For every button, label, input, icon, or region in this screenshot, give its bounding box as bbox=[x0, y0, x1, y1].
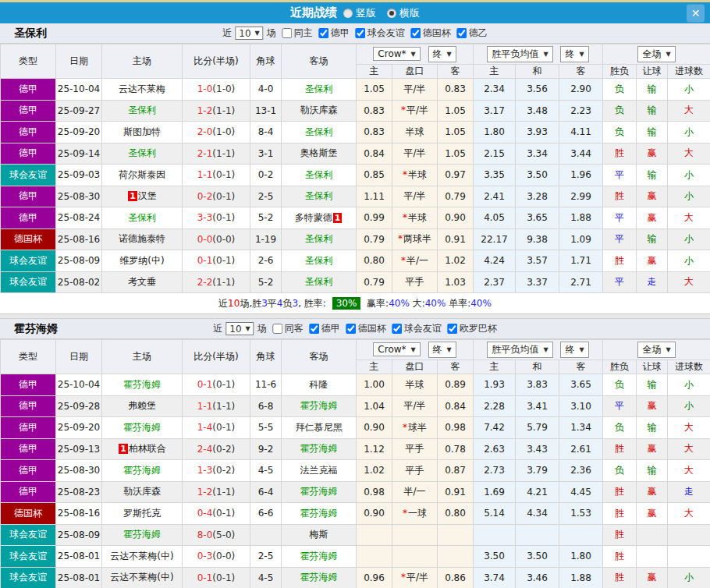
handicap-text: 两球半 bbox=[403, 233, 431, 244]
games-count-select[interactable]: 10 ▼ bbox=[225, 322, 254, 335]
handicap-result-cell: 赢 bbox=[637, 481, 668, 503]
col-away: 客场 bbox=[282, 340, 357, 374]
corner-cell: 6-4 bbox=[250, 481, 282, 503]
league-checkbox[interactable] bbox=[392, 324, 403, 334]
corner-cell: 0-2 bbox=[250, 165, 282, 186]
home-odds-cell: 0.83 bbox=[357, 100, 392, 122]
avg-stage-select[interactable]: 终▼ bbox=[560, 342, 588, 358]
same-venue-checkbox[interactable] bbox=[282, 28, 293, 38]
avg-draw-cell: 9.38 bbox=[516, 228, 559, 250]
odds-header-cell: Crow*▼ 终▼ bbox=[357, 44, 474, 65]
score-halftime: (0-0) bbox=[212, 551, 235, 561]
avg-home-cell: 2.37 bbox=[474, 271, 516, 293]
league-checkbox[interactable] bbox=[319, 28, 329, 38]
home-team-cell: 霍芬海姆 bbox=[102, 374, 183, 396]
games-count-select[interactable]: 10 ▼ bbox=[235, 27, 263, 40]
team-name-text: 法兰克福 bbox=[300, 465, 338, 476]
avg-odds-select[interactable]: 胜平负均值▼ bbox=[487, 46, 552, 62]
score-halftime: (1-1) bbox=[212, 105, 235, 116]
handicap-cell bbox=[392, 524, 438, 546]
avg-draw-cell: 3.93 bbox=[516, 122, 559, 143]
team-name-text: 圣保利 bbox=[305, 83, 333, 94]
avg-home-cell: 22.17 bbox=[474, 228, 516, 250]
match-row: 德国杯25-08-16诺德施泰特0-0(0-0)1-19圣保利0.79*两球半0… bbox=[1, 228, 710, 250]
score-halftime: (0-2) bbox=[212, 465, 235, 476]
avg-draw-cell: 3.56 bbox=[516, 79, 559, 101]
league-checkbox[interactable] bbox=[448, 324, 458, 334]
handicap-text: 平/半 bbox=[403, 400, 425, 411]
goals-result-cell: 大 bbox=[668, 143, 710, 165]
match-row: 德甲25-08-24圣保利3-3(0-1)5-2多特蒙德10.99*半球0.90… bbox=[1, 207, 710, 229]
avg-draw-cell: 3.65 bbox=[516, 207, 559, 229]
scope-select[interactable]: 全场▼ bbox=[637, 46, 675, 62]
avg-draw-cell: 3.83 bbox=[516, 374, 559, 396]
scope-select[interactable]: 全场▼ bbox=[637, 342, 675, 358]
avg-odds-select[interactable]: 胜平负均值▼ bbox=[487, 342, 552, 358]
handicap-result-cell: 输 bbox=[637, 374, 668, 396]
avg-away-cell: 2.23 bbox=[559, 100, 603, 122]
star-marker: * bbox=[401, 255, 406, 266]
chevron-down-icon: ▼ bbox=[543, 346, 548, 353]
chevron-down-icon: ▼ bbox=[666, 346, 670, 353]
away-team-cell: 圣保利 bbox=[282, 228, 357, 250]
games-label: 场 bbox=[267, 27, 276, 40]
score-cell: 0-4(0-1) bbox=[183, 503, 250, 525]
same-venue-checkbox[interactable] bbox=[273, 324, 283, 334]
col-date: 日期 bbox=[56, 340, 102, 374]
avg-stage-select[interactable]: 终▼ bbox=[560, 46, 588, 62]
rank-badge: 1 bbox=[128, 191, 137, 201]
league-type-cell: 球会友谊 bbox=[1, 165, 56, 186]
league-checkbox[interactable] bbox=[457, 28, 467, 38]
summary-row: 近10场,胜3平4负3, 胜率: 30% 赢率:40% 大:40% 单率:40% bbox=[0, 293, 710, 314]
avg-home-cell: 4.05 bbox=[474, 207, 516, 229]
score-cell: 0-1(0-1) bbox=[183, 567, 250, 588]
odds-stage-select[interactable]: 终▼ bbox=[428, 46, 456, 62]
bookmaker-select[interactable]: Crow*▼ bbox=[373, 47, 420, 61]
handicap-text: 平/半 bbox=[403, 147, 425, 158]
league-type-cell: 德甲 bbox=[1, 395, 56, 417]
away-team-cell: 勒沃库森 bbox=[282, 100, 357, 122]
match-date-cell: 25-09-20 bbox=[56, 417, 102, 439]
score-halftime: (1-1) bbox=[212, 487, 235, 498]
handicap-text: 一球 bbox=[408, 508, 427, 519]
home-odds-cell: 0.96 bbox=[357, 567, 392, 588]
away-team-cell: 霍芬海姆 bbox=[282, 395, 357, 417]
team-name-text: 霍芬海姆 bbox=[300, 443, 338, 454]
goals-result-cell: 小 bbox=[668, 79, 710, 101]
col-corner: 角球 bbox=[250, 44, 282, 79]
league-type-cell: 球会友谊 bbox=[1, 567, 56, 588]
goals-result-cell: 小 bbox=[668, 374, 710, 396]
avg-home-cell: 3.74 bbox=[474, 567, 516, 588]
corner-cell: 4-0 bbox=[250, 79, 282, 101]
league-checkbox[interactable] bbox=[310, 324, 320, 334]
league-checkbox[interactable] bbox=[356, 28, 366, 38]
league-checkbox[interactable] bbox=[346, 324, 357, 334]
score-cell: 0-1(0-1) bbox=[183, 374, 250, 396]
avg-draw-cell: 3.41 bbox=[516, 395, 559, 417]
league-checkbox[interactable] bbox=[411, 28, 421, 38]
match-date-cell: 25-08-16 bbox=[56, 503, 102, 525]
radio-horizontal-layout[interactable]: 横版 bbox=[387, 6, 420, 20]
avg-home-cell: 2.34 bbox=[474, 79, 516, 101]
radio-vertical-layout[interactable]: 竖版 bbox=[343, 6, 376, 20]
avg-draw-cell: 3.43 bbox=[516, 438, 559, 460]
away-team-cell: 霍芬海姆 bbox=[282, 503, 357, 525]
odds-stage-select[interactable]: 终▼ bbox=[428, 342, 456, 358]
team-name-text: 霍芬海姆 bbox=[300, 400, 338, 411]
away-odds-cell bbox=[438, 546, 474, 568]
home-odds-cell: 1.02 bbox=[357, 460, 392, 482]
team-section-2: 霍芬海姆 近 10 ▼ 场 同客 德甲 德国杯 球会友谊 欧罗巴杯 bbox=[0, 319, 710, 588]
team-name-text: 诺德施泰特 bbox=[119, 233, 165, 244]
home-odds-cell: 0.90 bbox=[357, 503, 392, 525]
team-name-text: 霍芬海姆 bbox=[300, 486, 338, 497]
avg-away-cell: 4.11 bbox=[559, 122, 603, 143]
home-team-cell: 斯图加特 bbox=[102, 122, 183, 143]
handicap-cell: 半/一 bbox=[392, 481, 438, 503]
close-icon[interactable]: ✕ bbox=[687, 4, 705, 22]
home-team-cell: 圣保利 bbox=[102, 100, 183, 122]
home-odds-cell: 0.84 bbox=[357, 143, 392, 165]
summary-segment: 4 bbox=[277, 298, 283, 309]
team-name-text: 汉堡 bbox=[138, 190, 157, 201]
bookmaker-select[interactable]: Crow*▼ bbox=[373, 342, 420, 356]
col-odds-away: 客 bbox=[438, 360, 474, 374]
